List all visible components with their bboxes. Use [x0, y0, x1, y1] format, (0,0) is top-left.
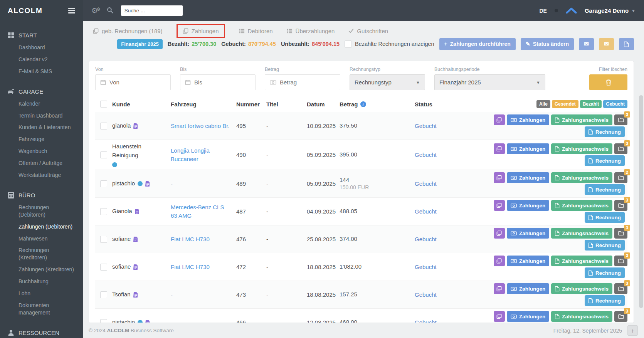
sidebar-item[interactable]: Wagenbuch [0, 145, 83, 157]
zahlungen-button[interactable]: Zahlungen [507, 228, 549, 239]
zahlungen-button[interactable]: Zahlungen [507, 283, 549, 294]
scroll-top-button[interactable]: ↑ [627, 325, 638, 336]
document-icon[interactable] [145, 181, 150, 187]
account-menu[interactable]: Garage24 Demo ▼ [585, 7, 636, 14]
sidebar-section-header[interactable]: GARAGE [0, 85, 83, 98]
notification-dot-icon[interactable] [555, 9, 558, 12]
copy-button[interactable] [494, 114, 505, 125]
search-input[interactable] [121, 5, 183, 16]
zahlungsnachweis-button[interactable]: Zahlungsnachweis [551, 228, 612, 239]
sidebar-item[interactable]: Calendar v2 [0, 54, 83, 66]
copy-button[interactable] [494, 256, 505, 266]
sidebar-item[interactable]: Dashboard [0, 42, 83, 54]
clear-filters-button[interactable] [589, 74, 627, 90]
vehicle-link[interactable]: Smart fortwo cabrio Br. [171, 123, 230, 129]
show-paid-checkbox[interactable] [345, 40, 352, 48]
change-status-button[interactable]: ✎ Status ändern [521, 38, 574, 50]
col-kunde[interactable]: Kunde [112, 101, 171, 108]
document-icon[interactable] [133, 292, 138, 298]
accounting-period-select[interactable]: Finanzjahr 2025 ▼ [434, 74, 545, 90]
zahlungen-button[interactable]: Zahlungen [507, 200, 549, 211]
sidebar-item[interactable]: Zahlungen (Debitoren) [0, 221, 83, 233]
mail-reminder-button[interactable]: ✉ [599, 38, 614, 50]
row-checkbox[interactable] [100, 319, 107, 323]
legend-badge-bezahlt[interactable]: Bezahlt [580, 100, 602, 108]
info-icon[interactable]: i [360, 101, 366, 107]
sidebar-item[interactable]: Zahlungen (Kreditoren) [0, 264, 83, 276]
row-checkbox[interactable] [100, 151, 107, 158]
show-paid-checkbox-wrap[interactable]: Bezahlte Rechnungen anzeigen [345, 40, 434, 48]
copy-button[interactable] [494, 311, 505, 322]
vehicle-link[interactable]: Fiat LMC H730 [171, 236, 210, 242]
sidebar-item[interactable]: Lohn [0, 288, 83, 299]
invoice-type-select[interactable]: Rechnungstyp ▼ [350, 74, 425, 90]
zahlungsnachweis-button[interactable]: Zahlungsnachweis [551, 283, 612, 294]
sidebar-item[interactable]: Werkstattaufträge [0, 169, 83, 181]
date-from-input[interactable]: Von [95, 74, 171, 90]
sidebar-item[interactable]: Rechnungen (Debitoren) [0, 202, 83, 221]
legend-badge-gebucht[interactable]: Gebucht [603, 100, 627, 108]
sidebar-section-header[interactable]: START [0, 29, 83, 42]
legend-badge-alle[interactable]: Alle [536, 100, 550, 108]
status-link[interactable]: Gebucht [415, 208, 437, 215]
col-nummer[interactable]: Nummer [236, 101, 266, 108]
rechnung-button[interactable]: Rechnung [585, 155, 625, 166]
zahlungsnachweis-button[interactable]: Zahlungsnachweis [551, 256, 612, 266]
sidebar-item[interactable]: Offerten / Aufträge [0, 157, 83, 169]
status-link[interactable]: Gebucht [415, 123, 437, 129]
search-icon[interactable] [107, 7, 113, 15]
tab-ueberzahlungen[interactable]: Überzahlungen [287, 28, 335, 34]
amount-input[interactable]: Betrag [265, 74, 340, 90]
zahlungsnachweis-button[interactable]: Zahlungsnachweis [551, 114, 612, 125]
settings-gears-icon[interactable]: ⚙⚙ [91, 7, 99, 14]
scrollbar-thumb[interactable] [639, 95, 643, 308]
status-link[interactable]: Gebucht [415, 319, 437, 323]
rechnung-button[interactable]: Rechnung [585, 212, 625, 223]
sidebar-item[interactable]: Termin Dashboard [0, 110, 83, 122]
select-all-checkbox[interactable] [100, 101, 107, 108]
rechnung-button[interactable]: Rechnung [585, 267, 625, 278]
legend-badge-gesendet[interactable]: Gesendet [552, 100, 578, 108]
copy-button[interactable] [494, 172, 505, 183]
status-link[interactable]: Gebucht [415, 180, 437, 187]
rechnung-button[interactable]: Rechnung [585, 240, 625, 251]
col-titel[interactable]: Titel [266, 101, 307, 108]
col-fahrzeug[interactable]: Fahrzeug [171, 101, 236, 108]
row-checkbox[interactable] [100, 291, 107, 298]
date-to-input[interactable]: Bis [180, 74, 256, 90]
col-datum[interactable]: Datum [307, 101, 340, 108]
vehicle-link[interactable]: Fiat LMC H730 [171, 264, 210, 270]
copy-button[interactable] [494, 143, 505, 154]
zahlungsnachweis-button[interactable]: Zahlungsnachweis [551, 200, 612, 211]
row-checkbox[interactable] [100, 236, 107, 243]
col-betrag[interactable]: Betrag [340, 101, 358, 108]
rechnung-button[interactable]: Rechnung [585, 184, 625, 195]
brand-chevron-icon[interactable] [566, 7, 577, 14]
hamburger-menu-icon[interactable] [68, 8, 75, 13]
document-icon[interactable] [133, 264, 138, 270]
sidebar-item[interactable]: E-Mail & SMS [0, 66, 83, 77]
sidebar-section-header[interactable]: RESSOURCEN [0, 326, 83, 338]
tab-zahlungen[interactable]: Zahlungen [177, 24, 225, 38]
zahlungen-button[interactable]: Zahlungen [507, 114, 549, 125]
rechnung-button[interactable]: Rechnung [585, 295, 625, 306]
scrollbar[interactable] [639, 21, 643, 338]
sidebar-section-header[interactable]: BÜRO [0, 189, 83, 202]
vehicle-link[interactable]: Mercedes-Benz CLS 63 AMG [171, 204, 224, 219]
sidebar-item[interactable]: Kunden & Lieferanten [0, 121, 83, 133]
sidebar-item[interactable]: Dokumenten management [0, 299, 83, 319]
zahlungsnachweis-button[interactable]: Zahlungsnachweis [551, 143, 612, 154]
zahlungen-button[interactable]: Zahlungen [507, 172, 549, 183]
col-status[interactable]: Status [415, 101, 476, 108]
sidebar-item[interactable]: Mahnwesen [0, 233, 83, 245]
copy-button[interactable] [494, 283, 505, 294]
document-icon[interactable] [133, 123, 138, 129]
zahlungsnachweis-button[interactable]: Zahlungsnachweis [551, 311, 612, 322]
status-link[interactable]: Gebucht [415, 236, 437, 242]
status-link[interactable]: Gebucht [415, 291, 437, 298]
sidebar-item[interactable]: Fahrzeuge [0, 133, 83, 145]
row-checkbox[interactable] [100, 180, 107, 187]
rechnung-button[interactable]: Rechnung [585, 126, 625, 137]
copy-button[interactable] [494, 228, 505, 239]
sidebar-item[interactable]: Kalender [0, 98, 83, 110]
